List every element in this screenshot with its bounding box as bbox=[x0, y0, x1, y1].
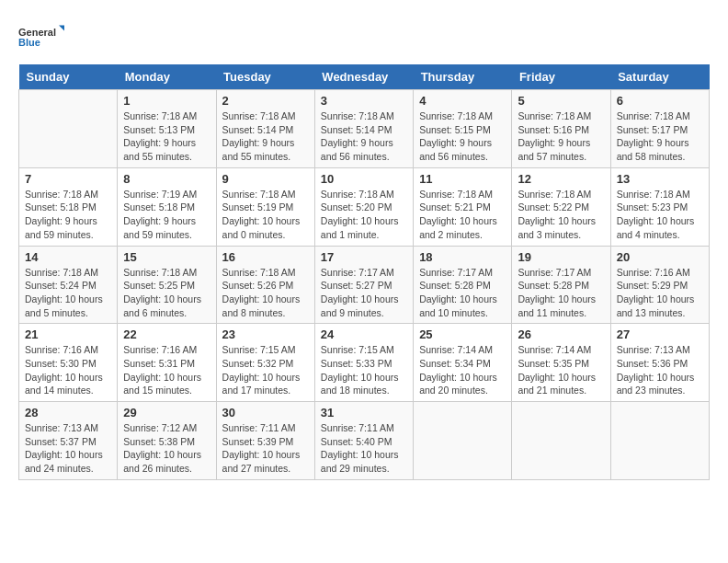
day-number: 31 bbox=[321, 406, 407, 419]
day-number: 21 bbox=[25, 327, 111, 341]
day-number: 17 bbox=[321, 250, 407, 264]
day-info: Sunrise: 7:18 AMSunset: 5:19 PMDaylight:… bbox=[222, 188, 309, 242]
day-info: Sunrise: 7:13 AMSunset: 5:36 PMDaylight:… bbox=[617, 343, 703, 397]
day-number: 23 bbox=[222, 327, 309, 341]
day-info: Sunrise: 7:18 AMSunset: 5:16 PMDaylight:… bbox=[518, 109, 604, 164]
day-number: 29 bbox=[123, 406, 210, 419]
svg-text:Blue: Blue bbox=[18, 37, 40, 48]
calendar-day-cell: 27Sunrise: 7:13 AMSunset: 5:36 PMDayligh… bbox=[610, 324, 709, 402]
calendar-day-cell: 23Sunrise: 7:15 AMSunset: 5:32 PMDayligh… bbox=[216, 324, 314, 402]
day-info: Sunrise: 7:15 AMSunset: 5:32 PMDaylight:… bbox=[222, 343, 309, 397]
day-info: Sunrise: 7:17 AMSunset: 5:28 PMDaylight:… bbox=[419, 266, 506, 320]
day-info: Sunrise: 7:18 AMSunset: 5:14 PMDaylight:… bbox=[222, 109, 309, 164]
svg-text:General: General bbox=[18, 27, 56, 38]
day-info: Sunrise: 7:16 AMSunset: 5:29 PMDaylight:… bbox=[617, 266, 703, 320]
day-number: 5 bbox=[518, 94, 604, 108]
calendar-day-cell: 28Sunrise: 7:13 AMSunset: 5:37 PMDayligh… bbox=[19, 402, 118, 480]
day-info: Sunrise: 7:11 AMSunset: 5:40 PMDaylight:… bbox=[321, 421, 407, 476]
day-info: Sunrise: 7:18 AMSunset: 5:20 PMDaylight:… bbox=[321, 188, 407, 242]
svg-marker-1 bbox=[59, 26, 64, 31]
day-number: 19 bbox=[518, 250, 604, 264]
day-info: Sunrise: 7:14 AMSunset: 5:34 PMDaylight:… bbox=[419, 343, 506, 397]
day-info: Sunrise: 7:19 AMSunset: 5:18 PMDaylight:… bbox=[123, 188, 210, 242]
calendar-day-cell: 26Sunrise: 7:14 AMSunset: 5:35 PMDayligh… bbox=[512, 324, 610, 402]
day-number: 15 bbox=[123, 250, 210, 264]
calendar-day-cell: 24Sunrise: 7:15 AMSunset: 5:33 PMDayligh… bbox=[314, 324, 413, 402]
day-info: Sunrise: 7:11 AMSunset: 5:39 PMDaylight:… bbox=[222, 421, 309, 476]
day-number: 9 bbox=[222, 172, 309, 186]
calendar-day-header: Wednesday bbox=[314, 64, 413, 90]
calendar-day-cell: 11Sunrise: 7:18 AMSunset: 5:21 PMDayligh… bbox=[414, 167, 512, 246]
calendar-day-cell: 21Sunrise: 7:16 AMSunset: 5:30 PMDayligh… bbox=[19, 324, 118, 402]
day-info: Sunrise: 7:12 AMSunset: 5:38 PMDaylight:… bbox=[123, 421, 210, 476]
day-info: Sunrise: 7:17 AMSunset: 5:27 PMDaylight:… bbox=[321, 266, 407, 320]
day-number: 7 bbox=[25, 172, 111, 186]
day-number: 27 bbox=[617, 327, 703, 341]
day-info: Sunrise: 7:18 AMSunset: 5:24 PMDaylight:… bbox=[25, 266, 111, 320]
logo: General Blue bbox=[18, 18, 64, 55]
day-number: 3 bbox=[321, 94, 407, 108]
calendar-table: SundayMondayTuesdayWednesdayThursdayFrid… bbox=[18, 64, 710, 480]
day-number: 8 bbox=[123, 172, 210, 186]
day-info: Sunrise: 7:18 AMSunset: 5:23 PMDaylight:… bbox=[617, 188, 703, 242]
calendar-day-header: Sunday bbox=[19, 64, 118, 90]
calendar-day-cell bbox=[610, 402, 709, 480]
day-number: 4 bbox=[419, 94, 506, 108]
calendar-day-header: Monday bbox=[118, 64, 216, 90]
calendar-day-cell: 20Sunrise: 7:16 AMSunset: 5:29 PMDayligh… bbox=[610, 246, 709, 324]
day-info: Sunrise: 7:18 AMSunset: 5:21 PMDaylight:… bbox=[419, 188, 506, 242]
day-info: Sunrise: 7:14 AMSunset: 5:35 PMDaylight:… bbox=[518, 343, 604, 397]
calendar-day-cell: 22Sunrise: 7:16 AMSunset: 5:31 PMDayligh… bbox=[118, 324, 216, 402]
page-header: General Blue bbox=[18, 18, 710, 55]
calendar-week-row: 7Sunrise: 7:18 AMSunset: 5:18 PMDaylight… bbox=[19, 167, 710, 246]
calendar-week-row: 1Sunrise: 7:18 AMSunset: 5:13 PMDaylight… bbox=[19, 90, 710, 168]
day-info: Sunrise: 7:18 AMSunset: 5:13 PMDaylight:… bbox=[123, 109, 210, 164]
day-info: Sunrise: 7:15 AMSunset: 5:33 PMDaylight:… bbox=[321, 343, 407, 397]
calendar-day-cell: 29Sunrise: 7:12 AMSunset: 5:38 PMDayligh… bbox=[118, 402, 216, 480]
day-number: 6 bbox=[617, 94, 703, 108]
day-number: 12 bbox=[518, 172, 604, 186]
day-info: Sunrise: 7:18 AMSunset: 5:18 PMDaylight:… bbox=[25, 188, 111, 242]
day-number: 22 bbox=[123, 327, 210, 341]
calendar-day-cell: 18Sunrise: 7:17 AMSunset: 5:28 PMDayligh… bbox=[414, 246, 512, 324]
calendar-day-cell bbox=[19, 90, 118, 168]
calendar-week-row: 21Sunrise: 7:16 AMSunset: 5:30 PMDayligh… bbox=[19, 324, 710, 402]
day-info: Sunrise: 7:16 AMSunset: 5:31 PMDaylight:… bbox=[123, 343, 210, 397]
calendar-day-header: Friday bbox=[512, 64, 610, 90]
calendar-day-cell: 10Sunrise: 7:18 AMSunset: 5:20 PMDayligh… bbox=[314, 167, 413, 246]
calendar-header-row: SundayMondayTuesdayWednesdayThursdayFrid… bbox=[19, 64, 710, 90]
day-number: 26 bbox=[518, 327, 604, 341]
day-info: Sunrise: 7:18 AMSunset: 5:26 PMDaylight:… bbox=[222, 266, 309, 320]
calendar-day-cell: 15Sunrise: 7:18 AMSunset: 5:25 PMDayligh… bbox=[118, 246, 216, 324]
day-number: 28 bbox=[25, 406, 111, 419]
calendar-day-cell bbox=[512, 402, 610, 480]
calendar-day-cell: 1Sunrise: 7:18 AMSunset: 5:13 PMDaylight… bbox=[118, 90, 216, 168]
calendar-day-cell: 3Sunrise: 7:18 AMSunset: 5:14 PMDaylight… bbox=[314, 90, 413, 168]
logo-svg: General Blue bbox=[18, 18, 64, 55]
day-info: Sunrise: 7:18 AMSunset: 5:22 PMDaylight:… bbox=[518, 188, 604, 242]
day-number: 20 bbox=[617, 250, 703, 264]
day-info: Sunrise: 7:18 AMSunset: 5:15 PMDaylight:… bbox=[419, 109, 506, 164]
day-info: Sunrise: 7:18 AMSunset: 5:17 PMDaylight:… bbox=[617, 109, 703, 164]
day-number: 2 bbox=[222, 94, 309, 108]
day-info: Sunrise: 7:18 AMSunset: 5:25 PMDaylight:… bbox=[123, 266, 210, 320]
day-number: 24 bbox=[321, 327, 407, 341]
day-number: 1 bbox=[123, 94, 210, 108]
calendar-day-cell: 31Sunrise: 7:11 AMSunset: 5:40 PMDayligh… bbox=[314, 402, 413, 480]
calendar-day-cell: 25Sunrise: 7:14 AMSunset: 5:34 PMDayligh… bbox=[414, 324, 512, 402]
calendar-day-cell: 13Sunrise: 7:18 AMSunset: 5:23 PMDayligh… bbox=[610, 167, 709, 246]
calendar-day-cell: 5Sunrise: 7:18 AMSunset: 5:16 PMDaylight… bbox=[512, 90, 610, 168]
calendar-day-cell: 16Sunrise: 7:18 AMSunset: 5:26 PMDayligh… bbox=[216, 246, 314, 324]
day-number: 10 bbox=[321, 172, 407, 186]
day-number: 18 bbox=[419, 250, 506, 264]
calendar-day-header: Thursday bbox=[414, 64, 512, 90]
day-number: 13 bbox=[617, 172, 703, 186]
day-info: Sunrise: 7:17 AMSunset: 5:28 PMDaylight:… bbox=[518, 266, 604, 320]
day-info: Sunrise: 7:18 AMSunset: 5:14 PMDaylight:… bbox=[321, 109, 407, 164]
calendar-body: 1Sunrise: 7:18 AMSunset: 5:13 PMDaylight… bbox=[19, 90, 710, 480]
day-info: Sunrise: 7:13 AMSunset: 5:37 PMDaylight:… bbox=[25, 421, 111, 476]
day-number: 14 bbox=[25, 250, 111, 264]
day-number: 11 bbox=[419, 172, 506, 186]
calendar-day-cell: 12Sunrise: 7:18 AMSunset: 5:22 PMDayligh… bbox=[512, 167, 610, 246]
calendar-week-row: 28Sunrise: 7:13 AMSunset: 5:37 PMDayligh… bbox=[19, 402, 710, 480]
